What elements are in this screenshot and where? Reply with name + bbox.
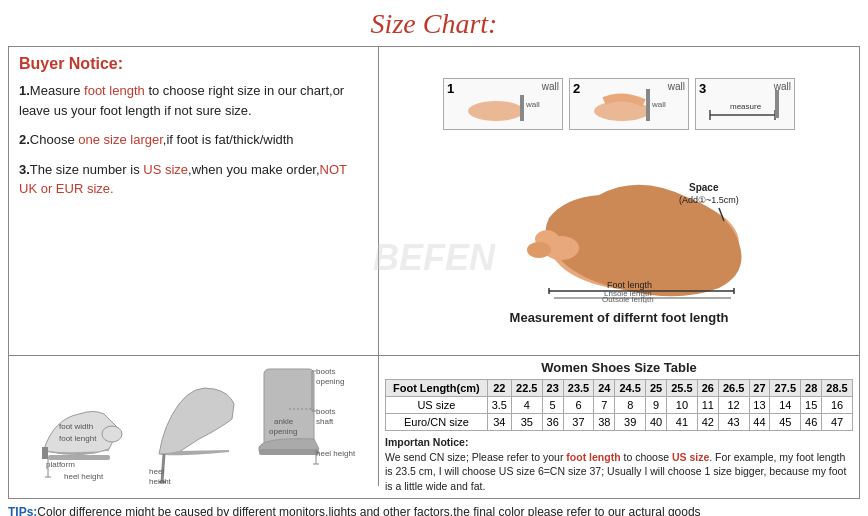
svg-rect-1 xyxy=(520,95,524,121)
notice-item-3: 3.The size number is US size,when you ma… xyxy=(19,160,368,199)
size-table-title: Women Shoes Size Table xyxy=(385,360,853,375)
svg-text:boots: boots xyxy=(316,407,336,416)
highlight-one-size: one size larger xyxy=(78,132,163,147)
col-header-label: Foot Length(cm) xyxy=(386,380,488,397)
svg-rect-4 xyxy=(646,89,650,121)
measurement-caption: Measurement of differnt foot length xyxy=(510,310,729,325)
svg-text:foot lenght: foot lenght xyxy=(59,434,97,443)
col-23-5: 23.5 xyxy=(563,380,594,397)
col-25: 25 xyxy=(646,380,667,397)
notice-item-2: 2.Choose one size larger,if foot is fat/… xyxy=(19,130,368,150)
buyer-notice-panel: Buyer Notice: 1.Measure foot length to c… xyxy=(9,47,379,355)
measurement-steps: 1 wall wall 2 wall xyxy=(443,78,795,130)
notice-item-1: 1.Measure foot length to choose right si… xyxy=(19,81,368,120)
svg-text:boots: boots xyxy=(316,367,336,376)
svg-point-0 xyxy=(468,101,524,121)
important-notice: Importan Notice: We send CN size; Please… xyxy=(385,435,853,494)
measurement-panel: 1 wall wall 2 wall xyxy=(379,47,859,355)
buyer-notice-title: Buyer Notice: xyxy=(19,55,368,73)
svg-text:measure: measure xyxy=(730,102,762,111)
svg-rect-40 xyxy=(259,449,319,455)
svg-point-28 xyxy=(102,426,122,442)
svg-text:wall: wall xyxy=(525,100,540,109)
col-22-5: 22.5 xyxy=(511,380,542,397)
svg-text:ankle: ankle xyxy=(274,417,294,426)
svg-point-14 xyxy=(527,242,551,258)
highlight-foot-length-1: foot length xyxy=(84,83,145,98)
page-title: Size Chart: xyxy=(0,0,868,46)
svg-text:foot width: foot width xyxy=(59,422,93,431)
size-table: Foot Length(cm) 22 22.5 23 23.5 24 24.5 … xyxy=(385,379,853,431)
svg-text:wall: wall xyxy=(651,100,666,109)
step-2-box: 2 wall wall xyxy=(569,78,689,130)
step-3-box: 3 wall measure xyxy=(695,78,795,130)
svg-text:shaft: shaft xyxy=(316,417,334,426)
svg-rect-10 xyxy=(775,90,779,118)
us-size-row: US size 3.545678910111213141516 xyxy=(386,397,853,414)
and-text: and xyxy=(450,480,468,492)
tips-section: TIPs:Color difference might be caused by… xyxy=(8,503,860,516)
col-23: 23 xyxy=(542,380,563,397)
size-table-panel: Women Shoes Size Table Foot Length(cm) 2… xyxy=(379,356,859,498)
svg-text:heel height: heel height xyxy=(64,472,104,481)
svg-text:Outsole length: Outsole length xyxy=(602,295,654,303)
svg-text:heel height: heel height xyxy=(316,449,356,458)
step-1-box: 1 wall wall xyxy=(443,78,563,130)
svg-text:opening: opening xyxy=(269,427,297,436)
col-24-5: 24.5 xyxy=(615,380,646,397)
svg-text:platform: platform xyxy=(46,460,75,469)
col-26-5: 26.5 xyxy=(718,380,749,397)
shoe-diagram: BEFEN foot width foot lenght platform he… xyxy=(9,356,379,486)
svg-text:(Add①~1.5cm): (Add①~1.5cm) xyxy=(679,195,739,205)
col-28: 28 xyxy=(801,380,822,397)
tips-label: TIPs: xyxy=(8,505,37,516)
svg-text:heel: heel xyxy=(149,467,164,476)
col-27-5: 27.5 xyxy=(770,380,801,397)
col-24: 24 xyxy=(594,380,615,397)
foot-svg-area: Space (Add①~1.5cm) Foot length Lnsole le… xyxy=(385,138,853,308)
svg-text:Space: Space xyxy=(689,182,719,193)
svg-rect-26 xyxy=(42,447,48,459)
col-22: 22 xyxy=(487,380,511,397)
col-26: 26 xyxy=(697,380,718,397)
svg-text:height: height xyxy=(149,477,172,484)
svg-text:opening: opening xyxy=(316,377,344,386)
tips-text: Color difference might be caused by diff… xyxy=(37,505,700,516)
col-25-5: 25.5 xyxy=(666,380,697,397)
euro-size-row: Euro/CN size 343536373839404142434445464… xyxy=(386,414,853,431)
col-28-5: 28.5 xyxy=(822,380,853,397)
col-27: 27 xyxy=(749,380,770,397)
highlight-us-size: US size xyxy=(143,162,188,177)
